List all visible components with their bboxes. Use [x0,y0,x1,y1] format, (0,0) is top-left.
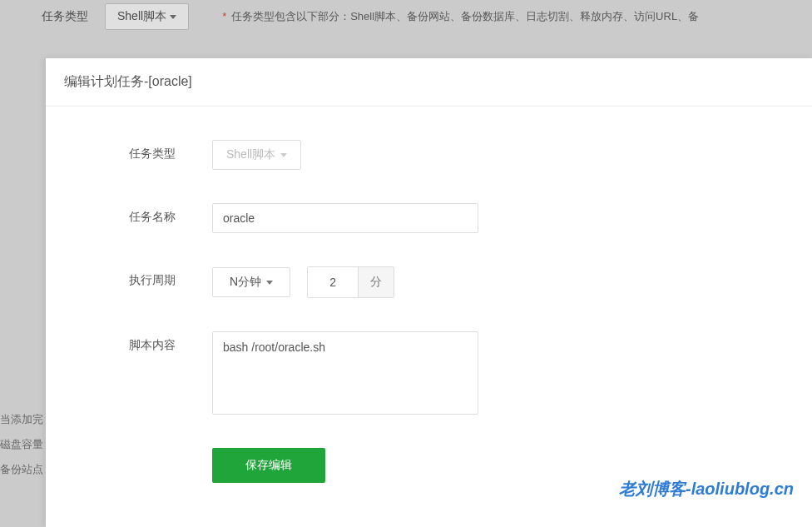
period-number-group: 分 [307,266,394,298]
task-type-label: 任务类型 [129,140,212,162]
task-name-row: 任务名称 [129,203,795,233]
script-row: 脚本内容 [129,331,795,415]
period-unit: 分 [358,267,394,297]
caret-down-icon [280,153,287,157]
period-number-input[interactable] [308,267,358,297]
caret-down-icon [266,281,273,285]
modal-title: 编辑计划任务-[oracle] [64,73,794,91]
period-label: 执行周期 [129,266,212,288]
modal-header: 编辑计划任务-[oracle] [46,58,812,107]
script-textarea[interactable] [212,331,478,415]
task-type-row: 任务类型 Shell脚本 [129,140,795,170]
edit-task-modal: 编辑计划任务-[oracle] 任务类型 Shell脚本 任务名称 执行周期 N… [46,58,812,527]
task-type-dropdown: Shell脚本 [212,140,301,170]
period-value: N分钟 [230,275,261,290]
period-dropdown[interactable]: N分钟 [212,267,290,297]
script-label: 脚本内容 [129,331,212,353]
save-row: 保存编辑 [129,448,795,483]
task-name-input[interactable] [212,203,478,233]
save-button[interactable]: 保存编辑 [212,448,325,483]
task-name-label: 任务名称 [129,203,212,225]
period-row: 执行周期 N分钟 分 [129,266,795,298]
task-type-value: Shell脚本 [226,147,275,162]
